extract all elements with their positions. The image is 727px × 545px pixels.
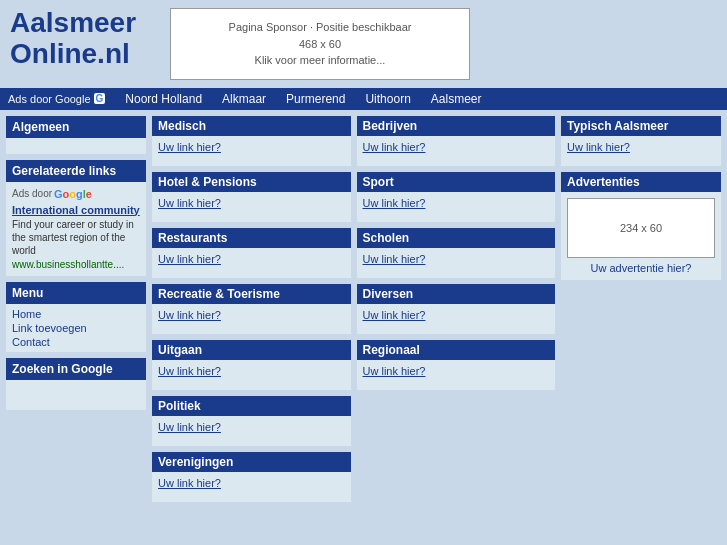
verenigingen-block: Verenigingen Uw link hier? xyxy=(152,452,351,502)
restaurants-header: Restaurants xyxy=(152,228,351,248)
scholen-header: Scholen xyxy=(357,228,556,248)
sidebar-zoeken: Zoeken in Google xyxy=(6,358,146,410)
sport-body: Uw link hier? xyxy=(357,192,556,222)
menu-link-contact[interactable]: Contact xyxy=(12,336,140,348)
cat-row-7: Verenigingen Uw link hier? xyxy=(152,452,555,502)
hotel-body: Uw link hier? xyxy=(152,192,351,222)
politiek-body: Uw link hier? xyxy=(152,416,351,446)
sport-header: Sport xyxy=(357,172,556,192)
medisch-header: Medisch xyxy=(152,116,351,136)
sport-block: Sport Uw link hier? xyxy=(357,172,556,222)
verenigingen-link[interactable]: Uw link hier? xyxy=(158,477,221,489)
ads-google-small: Ads door Google xyxy=(12,188,140,200)
hotel-link[interactable]: Uw link hier? xyxy=(158,197,221,209)
advertenties-section: Advertenties 234 x 60 Uw advertentie hie… xyxy=(561,172,721,280)
sidebar-menu: Menu Home Link toevoegen Contact xyxy=(6,282,146,352)
uitgaan-link[interactable]: Uw link hier? xyxy=(158,365,221,377)
sidebar: Algemeen Gerelateerde links Ads door Goo… xyxy=(6,116,146,502)
hotel-block: Hotel & Pensions Uw link hier? xyxy=(152,172,351,222)
sidebar-gerelateerde: Gerelateerde links Ads door Google Inter… xyxy=(6,160,146,276)
right-col: Typisch Aalsmeer Uw link hier? Advertent… xyxy=(561,116,721,502)
hotel-header: Hotel & Pensions xyxy=(152,172,351,192)
sponsor-line2: 468 x 60 xyxy=(176,36,464,53)
nav-link-uithoorn[interactable]: Uithoorn xyxy=(365,92,410,106)
navbar-links: Noord Holland Alkmaar Purmerend Uithoorn… xyxy=(125,92,481,106)
uitgaan-body: Uw link hier? xyxy=(152,360,351,390)
main: Algemeen Gerelateerde links Ads door Goo… xyxy=(0,110,727,508)
google-logo-small: Google xyxy=(54,188,92,200)
menu-header: Menu xyxy=(6,282,146,304)
diversen-link[interactable]: Uw link hier? xyxy=(363,309,426,321)
cat-row-4: Recreatie & Toerisme Uw link hier? Diver… xyxy=(152,284,555,334)
advertenties-header: Advertenties xyxy=(561,172,721,192)
recreatie-body: Uw link hier? xyxy=(152,304,351,334)
regionaal-body: Uw link hier? xyxy=(357,360,556,390)
diversen-block: Diversen Uw link hier? xyxy=(357,284,556,334)
cat-row-6: Politiek Uw link hier? xyxy=(152,396,555,446)
medisch-body: Uw link hier? xyxy=(152,136,351,166)
scholen-block: Scholen Uw link hier? xyxy=(357,228,556,278)
politiek-block: Politiek Uw link hier? xyxy=(152,396,351,446)
bedrijven-header: Bedrijven xyxy=(357,116,556,136)
medisch-link[interactable]: Uw link hier? xyxy=(158,141,221,153)
restaurants-link[interactable]: Uw link hier? xyxy=(158,253,221,265)
gerelateerde-header: Gerelateerde links xyxy=(6,160,146,182)
nav-link-aalsmeer[interactable]: Aalsmeer xyxy=(431,92,482,106)
restaurants-body: Uw link hier? xyxy=(152,248,351,278)
content: Medisch Uw link hier? Bedrijven Uw link … xyxy=(152,116,555,502)
bedrijven-block: Bedrijven Uw link hier? xyxy=(357,116,556,166)
restaurants-block: Restaurants Uw link hier? xyxy=(152,228,351,278)
sidebar-ad-text: Find your career or study in the smartes… xyxy=(12,218,140,257)
ads-by-label: Ads door xyxy=(12,188,52,199)
medisch-block: Medisch Uw link hier? xyxy=(152,116,351,166)
logo-line2: Online.nl xyxy=(10,39,140,70)
nav-link-noord-holland[interactable]: Noord Holland xyxy=(125,92,202,106)
regionaal-block: Regionaal Uw link hier? xyxy=(357,340,556,390)
gerelateerde-body: Ads door Google International community … xyxy=(6,182,146,276)
verenigingen-body: Uw link hier? xyxy=(152,472,351,502)
ads-google-nav-label: Ads door Google xyxy=(8,93,91,105)
menu-link-toevoegen[interactable]: Link toevoegen xyxy=(12,322,140,334)
logo-line1: Aalsmeer xyxy=(10,8,140,39)
nav-link-alkmaar[interactable]: Alkmaar xyxy=(222,92,266,106)
scholen-link[interactable]: Uw link hier? xyxy=(363,253,426,265)
typisch-block: Typisch Aalsmeer Uw link hier? xyxy=(561,116,721,166)
politiek-link[interactable]: Uw link hier? xyxy=(158,421,221,433)
recreatie-link[interactable]: Uw link hier? xyxy=(158,309,221,321)
typisch-header: Typisch Aalsmeer xyxy=(561,116,721,136)
sidebar-algemeen: Algemeen xyxy=(6,116,146,154)
diversen-header: Diversen xyxy=(357,284,556,304)
verenigingen-header: Verenigingen xyxy=(152,452,351,472)
site-logo: Aalsmeer Online.nl xyxy=(10,8,140,70)
bedrijven-link[interactable]: Uw link hier? xyxy=(363,141,426,153)
regionaal-link[interactable]: Uw link hier? xyxy=(363,365,426,377)
cat-row-5: Uitgaan Uw link hier? Regionaal Uw link … xyxy=(152,340,555,390)
sidebar-ad-url: www.businesshollantte.... xyxy=(12,259,140,270)
menu-link-home[interactable]: Home xyxy=(12,308,140,320)
cat-row-2: Hotel & Pensions Uw link hier? Sport Uw … xyxy=(152,172,555,222)
menu-links: Home Link toevoegen Contact xyxy=(6,304,146,352)
cat-row-1: Medisch Uw link hier? Bedrijven Uw link … xyxy=(152,116,555,166)
politiek-header: Politiek xyxy=(152,396,351,416)
uitgaan-header: Uitgaan xyxy=(152,340,351,360)
nav-link-purmerend[interactable]: Purmerend xyxy=(286,92,345,106)
scholen-body: Uw link hier? xyxy=(357,248,556,278)
sponsor-box[interactable]: Pagina Sponsor · Positie beschikbaar 468… xyxy=(170,8,470,80)
algemeen-header: Algemeen xyxy=(6,116,146,138)
navbar: Ads door Google G Noord Holland Alkmaar … xyxy=(0,88,727,110)
typisch-link[interactable]: Uw link hier? xyxy=(567,141,630,153)
header: Aalsmeer Online.nl Pagina Sponsor · Posi… xyxy=(0,0,727,88)
uitgaan-block: Uitgaan Uw link hier? xyxy=(152,340,351,390)
recreatie-block: Recreatie & Toerisme Uw link hier? xyxy=(152,284,351,334)
google-icon: G xyxy=(94,93,106,104)
recreatie-header: Recreatie & Toerisme xyxy=(152,284,351,304)
sidebar-ad-link[interactable]: International community xyxy=(12,204,140,216)
zoeken-header: Zoeken in Google xyxy=(6,358,146,380)
bedrijven-body: Uw link hier? xyxy=(357,136,556,166)
uw-advertentie: Uw advertentie hier? xyxy=(567,262,715,274)
sport-link[interactable]: Uw link hier? xyxy=(363,197,426,209)
regionaal-header: Regionaal xyxy=(357,340,556,360)
sponsor-line3: Klik voor meer informatie... xyxy=(176,52,464,69)
ads-google-nav: Ads door Google G xyxy=(8,93,105,105)
cat-row-3: Restaurants Uw link hier? Scholen Uw lin… xyxy=(152,228,555,278)
